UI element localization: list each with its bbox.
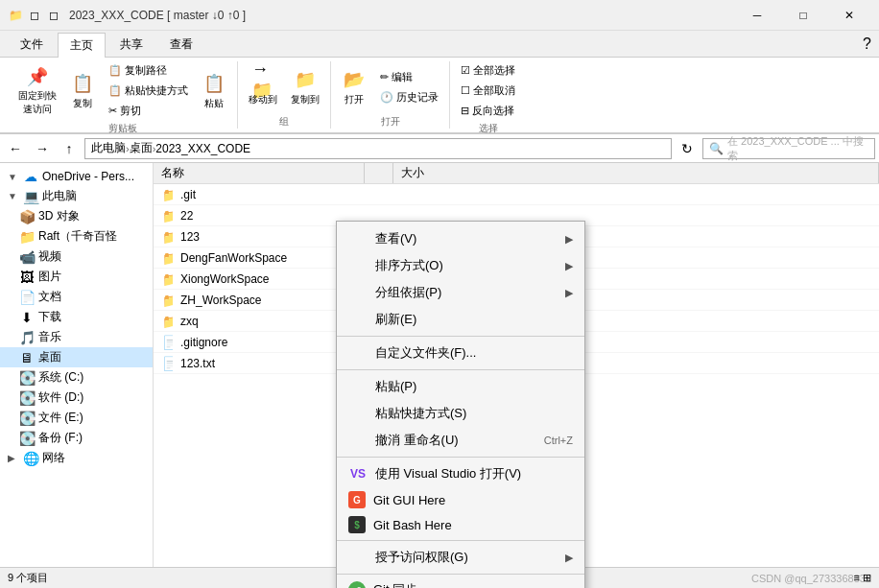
window-title: 2023_XXX_CODE [ master ↓0 ↑0 ] xyxy=(69,9,735,22)
cm-sort[interactable]: 排序方式(O) ▶ xyxy=(337,252,584,279)
col-size[interactable]: 大小 xyxy=(393,163,879,183)
cm-git-sync[interactable]: ↺ Git 同步... xyxy=(337,577,584,588)
video-icon: 📹 xyxy=(19,249,35,265)
back-button[interactable]: ← xyxy=(4,137,27,160)
cm-sep5 xyxy=(337,574,584,575)
sidebar-item-video[interactable]: 📹 视频 xyxy=(0,247,153,267)
cm-paste[interactable]: 粘贴(P) xyxy=(337,373,584,400)
tab-share[interactable]: 共享 xyxy=(107,32,155,57)
tab-home[interactable]: 主页 xyxy=(58,33,106,58)
docs-icon: 📄 xyxy=(19,290,35,305)
sidebar-item-3d[interactable]: 📦 3D 对象 xyxy=(0,206,153,226)
paste-button[interactable]: 📋 粘贴 xyxy=(197,66,231,116)
tab-file[interactable]: 文件 xyxy=(8,32,56,57)
forward-button[interactable]: → xyxy=(31,137,54,160)
folder-git-icon: 📁 xyxy=(161,186,173,203)
expand-arrow: ▼ xyxy=(8,172,19,182)
drive-f-icon: 💽 xyxy=(19,431,35,446)
folder-zh-icon: 📁 xyxy=(161,292,173,309)
cm-view[interactable]: 查看(V) ▶ xyxy=(337,225,584,252)
copy-button[interactable]: 📋 复制 xyxy=(65,66,100,116)
pin-quick-access-button[interactable]: 📌 固定到快速访问 xyxy=(13,66,61,116)
edit-button[interactable]: ✏ 编辑 xyxy=(375,68,443,86)
cm-paste-shortcut[interactable]: 粘贴快捷方式(S) xyxy=(337,400,584,427)
tab-view[interactable]: 查看 xyxy=(157,32,205,57)
invert-select-button[interactable]: ⊟ 反向选择 xyxy=(456,102,520,120)
drive-c-icon: 💽 xyxy=(19,370,35,386)
deselect-all-button[interactable]: ☐ 全部取消 xyxy=(456,82,520,100)
refresh-icon xyxy=(348,310,368,329)
copy-path-button[interactable]: 📋 复制路径 xyxy=(104,61,193,80)
title-bar: 📁 ◻ ◻ 2023_XXX_CODE [ master ↓0 ↑0 ] ─ □… xyxy=(0,0,879,31)
quick-access-icon1[interactable]: ◻ xyxy=(27,8,42,23)
sidebar-item-drive-d[interactable]: 💽 软件 (D:) xyxy=(0,388,153,408)
minimize-button[interactable]: ─ xyxy=(735,0,779,31)
history-button[interactable]: 🕐 历史记录 xyxy=(375,88,443,106)
sidebar-item-pictures[interactable]: 🖼 图片 xyxy=(0,267,153,287)
sidebar-item-desktop[interactable]: 🖥 桌面 xyxy=(0,347,153,367)
paste-shortcut-button[interactable]: 📋 粘贴快捷方式 xyxy=(104,82,193,100)
close-button[interactable]: ✕ xyxy=(827,0,871,31)
search-icon: 🔍 xyxy=(709,142,724,155)
network-expand: ▶ xyxy=(8,453,19,463)
sidebar-item-network[interactable]: ▶ 🌐 网络 xyxy=(0,448,153,468)
folder-xiong-icon: 📁 xyxy=(161,270,173,288)
copy-to-icon: 📁 xyxy=(294,68,317,91)
network-icon: 🌐 xyxy=(23,451,38,466)
select-all-button[interactable]: ☑ 全部选择 xyxy=(456,61,520,80)
access-icon xyxy=(348,548,368,567)
3d-label: 3D 对象 xyxy=(38,208,80,224)
video-label: 视频 xyxy=(38,248,61,265)
refresh-button[interactable]: ↻ xyxy=(676,137,699,160)
select-group: ☑ 全部选择 ☐ 全部取消 ⊟ 反向选择 选择 xyxy=(450,61,526,129)
file-item[interactable]: 📁 .git xyxy=(154,184,879,205)
copy-to-button[interactable]: 📁 复制到 xyxy=(286,62,324,112)
cm-git-gui[interactable]: G Git GUI Here xyxy=(337,487,584,512)
open-button[interactable]: 📂 打开 xyxy=(337,62,371,112)
sidebar-item-onedrive[interactable]: ▼ ☁ OneDrive - Pers... xyxy=(0,167,153,186)
cm-customize[interactable]: 自定义文件夹(F)... xyxy=(337,340,584,366)
cm-git-bash[interactable]: $ Git Bash Here xyxy=(337,512,584,537)
search-box[interactable]: 🔍 在 2023_XXX_CODE ... 中搜索 xyxy=(702,138,875,159)
cm-refresh[interactable]: 刷新(E) xyxy=(337,306,584,333)
pc-icon: 💻 xyxy=(23,189,38,204)
pc-label: 此电脑 xyxy=(42,188,77,204)
drive-e-label: 文件 (E:) xyxy=(38,410,83,426)
sidebar-item-raft[interactable]: 📁 Raft（千奇百怪 xyxy=(0,226,153,247)
address-bar: ← → ↑ 此电脑 › 桌面 › 2023_XXX_CODE ↻ 🔍 在 202… xyxy=(0,134,879,163)
cm-undo-rename[interactable]: 撤消 重命名(U) Ctrl+Z xyxy=(337,427,584,454)
3d-icon: 📦 xyxy=(19,209,35,224)
maximize-button[interactable]: □ xyxy=(781,0,825,31)
git-bash-icon: $ xyxy=(348,516,366,533)
move-icon: →📁 xyxy=(251,68,274,91)
cm-sep4 xyxy=(337,540,584,541)
txt-icon: 📄 xyxy=(161,355,173,372)
up-button[interactable]: ↑ xyxy=(58,137,81,160)
cm-grant-access[interactable]: 授予访问权限(G) ▶ xyxy=(337,544,584,571)
sidebar-item-drive-e[interactable]: 💽 文件 (E:) xyxy=(0,408,153,428)
file-list-header: 名称 大小 xyxy=(154,163,879,184)
invert-icon: ⊟ xyxy=(461,105,469,117)
cm-vs-open[interactable]: VS 使用 Visual Studio 打开(V) xyxy=(337,460,584,487)
group-icon xyxy=(348,283,368,302)
cm-group[interactable]: 分组依据(P) ▶ xyxy=(337,279,584,306)
sidebar-item-pc[interactable]: ▼ 💻 此电脑 xyxy=(0,186,153,206)
drive-e-icon: 💽 xyxy=(19,411,35,426)
cm-sep1 xyxy=(337,336,584,337)
quick-access-icon2[interactable]: ◻ xyxy=(46,8,61,23)
app-icon: 📁 xyxy=(8,8,23,23)
col-name[interactable]: 名称 xyxy=(154,163,365,183)
drive-c-label: 系统 (C:) xyxy=(38,369,83,386)
sidebar-item-drive-c[interactable]: 💽 系统 (C:) xyxy=(0,367,153,388)
col-status[interactable] xyxy=(365,163,393,183)
cut-button[interactable]: ✂ 剪切 xyxy=(104,102,193,120)
address-path[interactable]: 此电脑 › 桌面 › 2023_XXX_CODE xyxy=(84,138,672,159)
select-label: 选择 xyxy=(456,122,520,135)
help-button[interactable]: ? xyxy=(855,32,879,57)
sidebar-item-music[interactable]: 🎵 音乐 xyxy=(0,327,153,347)
sidebar-item-downloads[interactable]: ⬇ 下载 xyxy=(0,307,153,327)
move-to-button[interactable]: →📁 移动到 xyxy=(244,62,282,112)
sidebar-item-drive-f[interactable]: 💽 备份 (F:) xyxy=(0,428,153,448)
sidebar-item-docs[interactable]: 📄 文档 xyxy=(0,287,153,307)
network-label: 网络 xyxy=(42,450,65,466)
